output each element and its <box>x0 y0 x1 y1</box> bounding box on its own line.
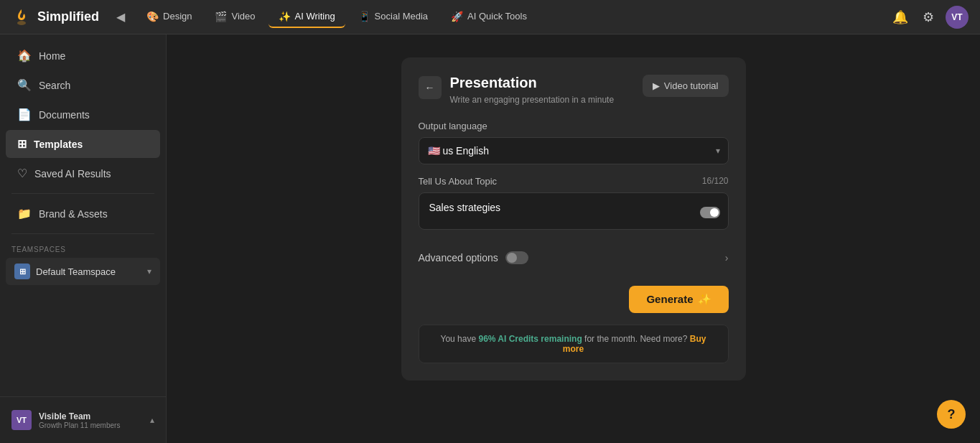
credits-highlight: 96% AI Credits remaining <box>478 334 582 344</box>
advanced-options-toggle[interactable] <box>505 251 528 264</box>
advanced-options-label: Advanced options <box>419 252 498 264</box>
logo-text: Simplified <box>37 9 99 24</box>
notification-button[interactable]: 🔔 <box>890 6 911 28</box>
credits-prefix: You have <box>441 334 479 344</box>
sidebar-item-brand-assets-label: Brand & Assets <box>39 208 108 220</box>
teamspaces-label: TEAMSPACES <box>0 240 166 256</box>
ai-writing-icon: ✨ <box>279 11 291 22</box>
documents-icon: 📄 <box>17 108 32 121</box>
user-area[interactable]: VT Visible Team Growth Plan 11 members ▴ <box>6 404 160 436</box>
main-layout: 🏠 Home 🔍 Search 📄 Documents ⊞ Templates … <box>0 34 980 443</box>
sparkle-icon: ✨ <box>698 293 711 306</box>
sidebar-item-home[interactable]: 🏠 Home <box>6 42 160 70</box>
plan-label: Growth Plan <box>39 421 78 429</box>
user-avatar[interactable]: VT <box>946 6 969 29</box>
generate-button[interactable]: Generate ✨ <box>629 286 728 313</box>
user-avatar-small: VT <box>11 410 32 430</box>
advanced-options-row[interactable]: Advanced options › <box>419 244 729 271</box>
nav-tab-design[interactable]: 🎨 Design <box>136 6 202 28</box>
output-language-section: Output language 🇺🇸 us English 🇬🇧 uk Engl… <box>419 121 729 164</box>
sidebar-item-templates-label: Templates <box>34 139 83 150</box>
topnav-right: 🔔 ⚙ VT <box>890 6 969 29</box>
sidebar-item-saved-ai-results[interactable]: ♡ Saved AI Results <box>6 159 160 187</box>
sidebar-item-saved-ai-results-label: Saved AI Results <box>34 168 111 179</box>
templates-icon: ⊞ <box>17 137 27 151</box>
teamspace-name: Default Teamspace <box>36 266 141 277</box>
user-avatar-text: VT <box>17 416 27 424</box>
video-icon: 🎬 <box>215 11 227 22</box>
help-button[interactable]: ? <box>937 400 966 429</box>
language-select[interactable]: 🇺🇸 us English 🇬🇧 uk English 🇪🇸 Spanish 🇫… <box>419 137 729 164</box>
nav-tab-design-label: Design <box>163 11 192 22</box>
topic-toggle[interactable] <box>700 207 720 218</box>
sidebar-collapse-button[interactable]: ◀ <box>111 7 131 27</box>
social-media-icon: 📱 <box>358 11 370 22</box>
settings-button[interactable]: ⚙ <box>920 6 937 28</box>
topnav: Simplified ◀ 🎨 Design 🎬 Video ✨ AI Writi… <box>0 0 980 34</box>
sidebar-item-documents[interactable]: 📄 Documents <box>6 101 160 129</box>
sidebar-bottom: VT Visible Team Growth Plan 11 members ▴ <box>0 396 166 443</box>
user-name: Visible Team <box>39 411 143 421</box>
generate-row: Generate ✨ <box>419 286 729 313</box>
sidebar-item-documents-label: Documents <box>39 109 90 121</box>
advanced-options-chevron-icon: › <box>725 252 729 264</box>
card-subtitle: Write an engaging presentation in a minu… <box>450 94 615 106</box>
card-header: ← Presentation Write an engaging present… <box>419 75 729 106</box>
user-chevron-icon: ▴ <box>150 415 154 425</box>
app-logo[interactable]: Simplified <box>11 7 99 27</box>
credits-bar: You have 96% AI Credits remaining for th… <box>419 325 729 363</box>
topic-input[interactable]: Sales strategies <box>419 192 729 230</box>
ai-quick-tools-icon: 🚀 <box>451 11 463 22</box>
nav-tab-ai-quick-tools-label: AI Quick Tools <box>467 11 527 22</box>
home-icon: 🏠 <box>17 49 32 62</box>
topic-header: Tell Us About Topic 16/120 <box>419 176 729 187</box>
nav-tab-social-media[interactable]: 📱 Social Media <box>348 6 438 28</box>
credits-middle: for the month. Need more? <box>582 334 688 344</box>
nav-tab-ai-writing[interactable]: ✨ AI Writing <box>269 6 345 28</box>
sidebar-divider-2 <box>11 233 154 234</box>
card-title: Presentation <box>450 75 615 91</box>
char-count: 16/120 <box>702 176 729 186</box>
teamspace-selector[interactable]: ⊞ Default Teamspace ▾ <box>6 258 160 285</box>
nav-tab-video-label: Video <box>231 11 255 22</box>
card-header-left: ← Presentation Write an engaging present… <box>419 75 615 106</box>
folder-icon: 📁 <box>17 207 32 220</box>
topic-input-wrapper: Sales strategies <box>419 192 729 233</box>
video-play-icon: ▶ <box>653 80 660 91</box>
main-nav: 🎨 Design 🎬 Video ✨ AI Writing 📱 Social M… <box>136 6 890 28</box>
advanced-options-left: Advanced options <box>419 251 528 264</box>
video-tutorial-label: Video tutorial <box>664 80 719 91</box>
teamspace-chevron-icon: ▾ <box>147 266 151 276</box>
svg-point-0 <box>17 21 26 25</box>
topic-toggle-thumb <box>710 208 719 217</box>
topic-section: Tell Us About Topic 16/120 Sales strateg… <box>419 176 729 233</box>
search-icon: 🔍 <box>17 78 32 92</box>
sidebar-divider <box>11 193 154 194</box>
heart-icon: ♡ <box>17 167 27 180</box>
sidebar-item-brand-assets[interactable]: 📁 Brand & Assets <box>6 200 160 228</box>
design-icon: 🎨 <box>146 11 159 22</box>
sidebar-item-search-label: Search <box>39 80 70 91</box>
language-select-wrapper: 🇺🇸 us English 🇬🇧 uk English 🇪🇸 Spanish 🇫… <box>419 137 729 164</box>
generate-label: Generate <box>646 293 693 305</box>
help-label: ? <box>948 407 956 422</box>
sidebar-nav: 🏠 Home 🔍 Search 📄 Documents ⊞ Templates … <box>0 34 166 396</box>
sidebar: 🏠 Home 🔍 Search 📄 Documents ⊞ Templates … <box>0 34 167 443</box>
nav-tab-ai-quick-tools[interactable]: 🚀 AI Quick Tools <box>441 6 537 28</box>
sidebar-item-search[interactable]: 🔍 Search <box>6 71 160 99</box>
user-info: Visible Team Growth Plan 11 members <box>39 411 143 429</box>
topic-label: Tell Us About Topic <box>419 176 498 187</box>
avatar-text: VT <box>951 12 962 22</box>
video-tutorial-button[interactable]: ▶ Video tutorial <box>643 75 729 97</box>
output-language-label: Output language <box>419 121 729 131</box>
nav-tab-video[interactable]: 🎬 Video <box>205 6 265 28</box>
presentation-card: ← Presentation Write an engaging present… <box>401 57 746 381</box>
members-count: 11 members <box>80 421 121 429</box>
content-area: ← Presentation Write an engaging present… <box>167 34 980 443</box>
teamspace-icon: ⊞ <box>14 264 30 279</box>
card-title-group: Presentation Write an engaging presentat… <box>450 75 615 106</box>
back-button[interactable]: ← <box>419 76 442 99</box>
toggle-thumb <box>507 253 517 263</box>
sidebar-item-templates[interactable]: ⊞ Templates <box>6 130 160 158</box>
user-plan: Growth Plan 11 members <box>39 421 143 429</box>
